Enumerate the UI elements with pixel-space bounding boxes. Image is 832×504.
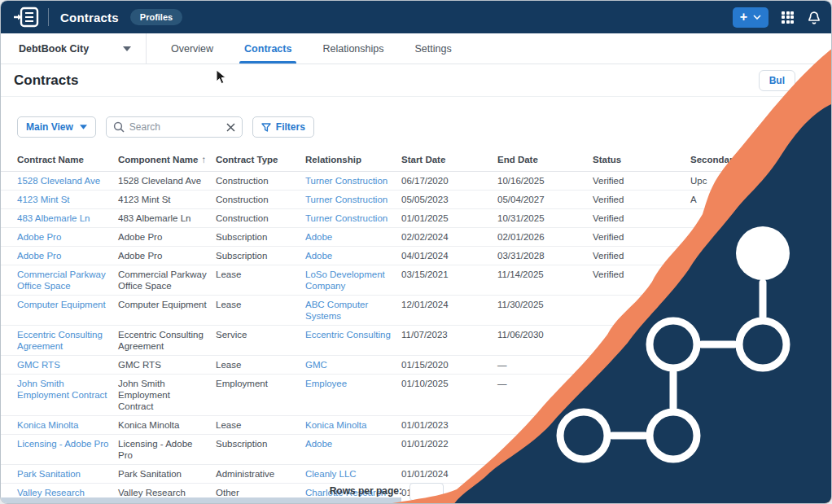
table-row: Commercial Parkway Office SpaceCommercia… <box>1 265 831 296</box>
start-date-cell: 01/01/2022 <box>401 439 449 449</box>
component-name-cell: Adobe Pro <box>118 251 162 261</box>
entity-name: DebtBook City <box>19 43 89 55</box>
component-name-cell: 483 Albemarle Ln <box>118 213 191 223</box>
contract-type-cell: Subscription <box>216 232 267 242</box>
component-name-cell: Commercial Parkway Office Space <box>118 270 207 291</box>
component-name-cell: Adobe Pro <box>118 232 162 242</box>
rows-per-page-select[interactable] <box>409 483 444 501</box>
apps-grid-icon[interactable] <box>782 11 794 24</box>
component-name-cell: 4123 Mint St <box>118 195 171 204</box>
start-date-cell: 03/15/2021 <box>401 270 449 279</box>
end-date-cell: — <box>497 360 507 370</box>
caret-down-icon <box>80 125 87 129</box>
column-header[interactable]: Start Date <box>401 154 497 165</box>
rows-per-page-label: Rows per page: <box>330 485 402 497</box>
start-date-cell: 12/01/2024 <box>401 300 449 309</box>
column-header[interactable]: Secondary <box>690 154 831 165</box>
search-box <box>106 116 243 138</box>
column-header[interactable]: Component Name↑ <box>118 154 216 165</box>
start-date-cell: 01/15/2020 <box>401 360 449 370</box>
relationship-link[interactable]: Turner Construction <box>305 213 388 223</box>
contract-name-link[interactable]: Konica Minolta <box>17 420 78 430</box>
status-cell: Verified <box>593 251 624 261</box>
component-name-cell: Eccentric Consulting Agreement <box>118 330 204 351</box>
relationship-link[interactable]: Adobe <box>305 251 332 261</box>
entity-selector[interactable]: DebtBook City <box>1 33 146 64</box>
contract-type-cell: Construction <box>216 195 269 204</box>
relationship-link[interactable]: Employee <box>305 379 347 388</box>
contract-name-link[interactable]: Adobe Pro <box>17 251 61 261</box>
contract-type-cell: Employment <box>216 379 268 388</box>
filters-button[interactable]: Filters <box>252 116 314 138</box>
table-row: John Smith Employment ContractJohn Smith… <box>1 375 831 416</box>
tab-settings[interactable]: Settings <box>403 33 462 64</box>
status-cell: Verified <box>593 270 624 279</box>
relationship-link[interactable]: Adobe <box>305 439 332 449</box>
start-date-cell: 11/07/2023 <box>401 330 448 340</box>
table-row: 1528 Cleveland Ave1528 Cleveland AveCons… <box>1 172 831 191</box>
secondary-status-cell: Upc <box>690 176 707 186</box>
contract-name-link[interactable]: GMC RTS <box>17 360 60 370</box>
relationship-link[interactable]: Turner Construction <box>305 195 388 204</box>
relationship-link[interactable]: Konica Minolta <box>305 420 366 430</box>
contract-type-cell: Lease <box>216 270 241 279</box>
component-name-cell: GMC RTS <box>118 360 161 370</box>
end-date-cell: 02/01/2026 <box>497 232 545 242</box>
column-header[interactable]: Contract Type <box>216 154 305 165</box>
start-date-cell: 04/01/2024 <box>401 251 449 261</box>
top-app-bar: Contracts Profiles + <box>1 1 831 33</box>
contract-name-link[interactable]: 1528 Cleveland Ave <box>17 176 100 186</box>
start-date-cell: 05/05/2023 <box>401 195 449 204</box>
table-row: Adobe ProAdobe ProSubscriptionAdobe02/02… <box>1 228 831 247</box>
column-header[interactable]: Relationship <box>305 154 401 165</box>
contracts-table: Contract NameComponent Name↑Contract Typ… <box>1 150 831 504</box>
relationship-link[interactable]: ABC Computer Systems <box>305 300 368 321</box>
bulk-actions-button[interactable]: Bul <box>759 70 795 91</box>
filter-funnel-icon <box>261 123 271 132</box>
view-selector-button[interactable]: Main View <box>17 116 96 138</box>
tab-overview[interactable]: Overview <box>160 33 225 64</box>
contract-type-cell: Lease <box>216 360 241 370</box>
profiles-badge[interactable]: Profiles <box>130 9 182 25</box>
table-row: 4123 Mint St4123 Mint StConstructionTurn… <box>1 191 831 209</box>
horizontal-scrollbar[interactable] <box>1 497 401 503</box>
contract-name-link[interactable]: Eccentric Consulting Agreement <box>17 330 103 351</box>
table-toolbar: Main View Filters <box>17 116 314 138</box>
page-title: Contracts <box>14 72 78 89</box>
contract-name-link[interactable]: Commercial Parkway Office Space <box>17 270 106 291</box>
relationship-link[interactable]: Adobe <box>305 232 332 242</box>
plus-icon: + <box>740 11 747 24</box>
add-new-button[interactable]: + <box>733 7 769 28</box>
tab-relationships[interactable]: Relationships <box>311 33 395 64</box>
status-cell: Verified <box>593 213 624 223</box>
column-header[interactable]: Contract Name <box>17 154 118 165</box>
relationship-link[interactable]: LoSo Development Company <box>305 270 385 291</box>
contract-name-link[interactable]: 483 Albemarle Ln <box>17 213 90 223</box>
filters-label: Filters <box>276 121 305 133</box>
caret-down-icon <box>123 46 131 51</box>
relationship-link[interactable]: Eccentric Consulting <box>305 330 391 340</box>
page-title-bar: Contracts Bul <box>1 64 831 97</box>
clear-search-icon[interactable] <box>226 123 235 132</box>
tab-contracts[interactable]: Contracts <box>233 33 303 64</box>
end-date-cell: 03/31/2028 <box>497 251 545 261</box>
relationship-link[interactable]: Turner Construction <box>305 176 388 186</box>
relationship-link[interactable]: Cleanly LLC <box>305 469 357 479</box>
contract-name-link[interactable]: Park Sanitation <box>17 469 81 479</box>
profile-nav-bar: DebtBook City OverviewContractsRelations… <box>1 33 831 64</box>
component-name-cell: Konica Minolta <box>118 420 179 430</box>
start-date-cell: 02/02/2024 <box>401 232 449 242</box>
search-input[interactable] <box>129 121 221 133</box>
contract-name-link[interactable]: Adobe Pro <box>17 232 61 242</box>
contract-name-link[interactable]: Licensing - Adobe Pro <box>17 439 109 449</box>
start-date-cell: 01/01/2023 <box>401 420 449 430</box>
contract-name-link[interactable]: Computer Equipment <box>17 300 106 309</box>
contract-name-link[interactable]: 4123 Mint St <box>17 195 70 204</box>
bell-icon[interactable] <box>807 9 821 25</box>
contract-name-link[interactable]: John Smith Employment Contract <box>17 379 107 400</box>
column-header[interactable]: Status <box>593 154 690 165</box>
relationship-link[interactable]: GMC <box>305 360 327 370</box>
start-date-cell: 06/17/2020 <box>401 176 449 186</box>
component-name-cell: 1528 Cleveland Ave <box>118 176 201 186</box>
column-header[interactable]: End Date <box>497 154 593 165</box>
